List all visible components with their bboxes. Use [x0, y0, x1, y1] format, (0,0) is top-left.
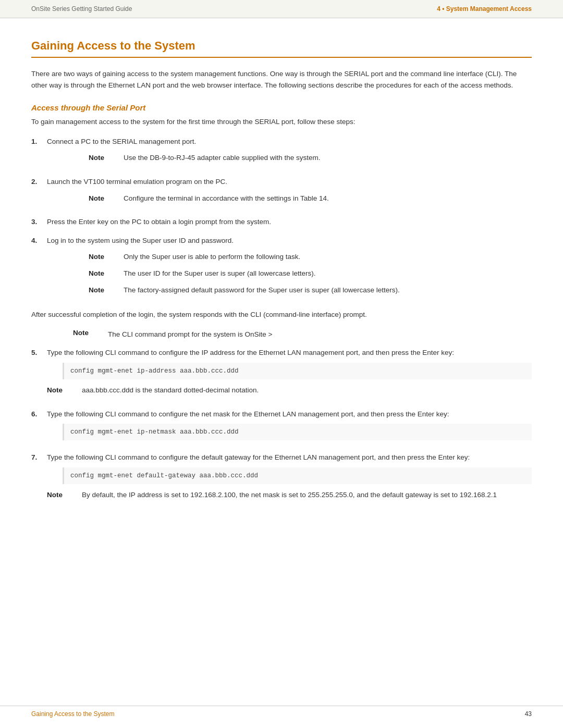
note-label: Note [89, 285, 117, 296]
note-label: Note [89, 251, 117, 263]
step-1-text: Connect a PC to the SERIAL management po… [47, 138, 196, 145]
intro-paragraph: There are two ways of gaining access to … [31, 68, 532, 91]
note-label: Note [89, 268, 117, 279]
after-step4-note-block: Note The CLI command prompt for the syst… [73, 329, 532, 340]
note-label: Note [73, 329, 102, 337]
step-number-6: 6. [31, 409, 47, 420]
note-label: Note [47, 489, 76, 501]
header-bar: OnSite Series Getting Started Guide 4 • … [0, 0, 563, 18]
steps-list: 1. Connect a PC to the SERIAL management… [31, 136, 532, 301]
step-3-text: Press the Enter key on the PC to obtain … [47, 218, 271, 226]
step-number-4: 4. [31, 235, 47, 246]
header-right-main: System Management Access [446, 5, 532, 13]
list-item: 1. Connect a PC to the SERIAL management… [31, 136, 532, 169]
list-item: 3. Press the Enter key on the PC to obta… [31, 216, 532, 228]
footer-left-text: Gaining Access to the System [31, 710, 114, 718]
note-block-7-1: Note By default, the IP address is set t… [47, 489, 532, 501]
footer-page-number: 43 [525, 710, 532, 718]
step-1-content: Connect a PC to the SERIAL management po… [47, 136, 532, 169]
note-text: Configure the terminal in accordance wit… [124, 193, 532, 204]
list-item: 4. Log in to the system using the Super … [31, 235, 532, 301]
code-block-6: config mgmt-enet ip-netmask aaa.bbb.ccc.… [63, 424, 532, 440]
step-4-text: Log in to the system using the Super use… [47, 237, 234, 244]
note-label: Note [47, 385, 76, 396]
list-item: 6. Type the following CLI command to con… [31, 409, 532, 445]
note-text: Only the Super user is able to perform t… [124, 251, 532, 263]
header-right-prefix: 4 • [437, 5, 446, 13]
step-4-content: Log in to the system using the Super use… [47, 235, 532, 301]
list-item: 5. Type the following CLI command to con… [31, 347, 532, 401]
main-content: Gaining Access to the System There are t… [0, 18, 563, 544]
step-3-content: Press the Enter key on the PC to obtain … [47, 216, 532, 228]
note-block-4-3: Note The factory-assigned default passwo… [89, 285, 532, 296]
note-block-5-1: Note aaa.bbb.ccc.ddd is the standard dot… [47, 385, 532, 396]
step-2-text: Launch the VT100 terminal emulation prog… [47, 178, 227, 186]
code-block-5: config mgmt-enet ip-address aaa.bbb.ccc.… [63, 363, 532, 379]
step-5-content: Type the following CLI command to config… [47, 347, 532, 401]
list-item: 7. Type the following CLI command to con… [31, 452, 532, 505]
step-6-content: Type the following CLI command to config… [47, 409, 532, 445]
footer: Gaining Access to the System 43 [0, 706, 563, 718]
note-label: Note [89, 152, 117, 164]
header-right-text: 4 • System Management Access [437, 5, 532, 13]
step-6-text: Type the following CLI command to config… [47, 410, 449, 418]
note-block-4-1: Note Only the Super user is able to perf… [89, 251, 532, 263]
page-title: Gaining Access to the System [31, 39, 532, 58]
code-block-7: config mgmt-enet default-gateway aaa.bbb… [63, 467, 532, 484]
step-number-1: 1. [31, 136, 47, 147]
step-2-content: Launch the VT100 terminal emulation prog… [47, 176, 532, 209]
note-text: The factory-assigned default password fo… [124, 285, 532, 296]
header-left-text: OnSite Series Getting Started Guide [31, 5, 132, 13]
step-number-2: 2. [31, 176, 47, 188]
step-number-3: 3. [31, 216, 47, 228]
note-text: aaa.bbb.ccc.ddd is the standard dotted-d… [82, 385, 532, 396]
step-7-content: Type the following CLI command to config… [47, 452, 532, 505]
step-5-text: Type the following CLI command to config… [47, 349, 454, 356]
note-text: By default, the IP address is set to 192… [82, 489, 532, 501]
steps-continued-list: 5. Type the following CLI command to con… [31, 347, 532, 505]
note-text: The CLI command prompt for the system is… [108, 329, 532, 340]
note-block-2-1: Note Configure the terminal in accordanc… [89, 193, 532, 204]
list-item: 2. Launch the VT100 terminal emulation p… [31, 176, 532, 209]
note-label: Note [89, 193, 117, 204]
page-container: OnSite Series Getting Started Guide 4 • … [0, 0, 563, 728]
step-number-5: 5. [31, 347, 47, 359]
note-block-4-2: Note The user ID for the Super user is s… [89, 268, 532, 279]
step-number-7: 7. [31, 452, 47, 463]
after-step4-text: After successful completion of the login… [31, 309, 532, 320]
note-block-1-1: Note Use the DB-9-to-RJ-45 adapter cable… [89, 152, 532, 164]
note-text: The user ID for the Super user is super … [124, 268, 532, 279]
section-heading: Access through the Serial Port [31, 103, 532, 112]
note-text: Use the DB-9-to-RJ-45 adapter cable supp… [124, 152, 532, 164]
section-intro: To gain management access to the system … [31, 116, 532, 128]
step-7-text: Type the following CLI command to config… [47, 453, 470, 461]
